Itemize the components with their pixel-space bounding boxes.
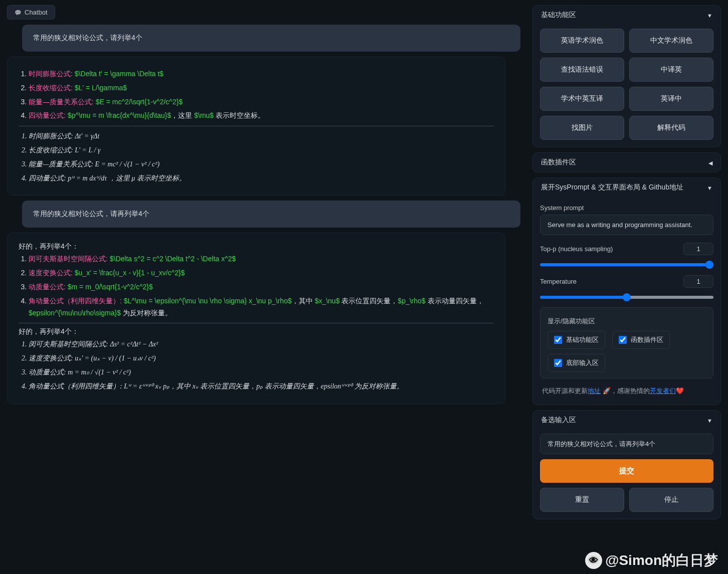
stop-button[interactable]: 停止 — [629, 488, 713, 512]
user-message-1-text: 常用的狭义相对论公式，请列举4个 — [33, 34, 142, 42]
btn-en-to-zh[interactable]: 英译中 — [629, 87, 713, 111]
check-basic[interactable]: 基础功能区 — [548, 331, 605, 349]
chevron-down-icon — [707, 416, 712, 424]
chevron-left-icon — [708, 158, 712, 166]
btn-english-polish[interactable]: 英语学术润色 — [540, 29, 624, 53]
top-p-slider[interactable] — [540, 263, 713, 266]
btn-find-image[interactable]: 找图片 — [540, 116, 624, 140]
top-p-label: Top-p (nucleus sampling) — [540, 245, 613, 253]
bot-message-2: 好的，再列举4个： 闵可夫斯基时空间隔公式: $\Delta s^2 = c^2… — [7, 233, 505, 404]
btn-explain-code[interactable]: 解释代码 — [629, 116, 713, 140]
system-prompt-input[interactable]: Serve me as a writing and programming as… — [540, 215, 713, 235]
temperature-value[interactable]: 1 — [683, 275, 713, 288]
basic-function-header[interactable]: 基础功能区 — [533, 6, 720, 25]
chevron-down-icon — [707, 183, 712, 192]
sysprompt-header[interactable]: 展开SysPrompt & 交互界面布局 & Github地址 — [533, 178, 720, 197]
bot2-lead: 好的，再列举4个： — [19, 242, 494, 251]
btn-zh-to-en[interactable]: 中译英 — [629, 58, 713, 82]
credits-line: 代码开源和更新地址 🚀，感谢热情的开发者们❤️ — [540, 385, 713, 398]
btn-academic-bi[interactable]: 学术中英互译 — [540, 87, 624, 111]
user-message-2: 常用的狭义相对论公式，请再列举4个 — [22, 201, 520, 228]
bot-message-1: 时间膨胀公式: $\Delta t' = \gamma \Delta t$ 长度… — [7, 57, 505, 196]
check-bottom-input[interactable]: 底部输入区 — [548, 354, 605, 372]
heart-icon: ❤️ — [676, 387, 684, 395]
rocket-icon: 🚀 — [603, 387, 611, 395]
btn-chinese-polish[interactable]: 中文学术润色 — [629, 29, 713, 53]
check-plugin-box[interactable] — [619, 336, 627, 344]
temperature-label: Temperature — [540, 278, 577, 285]
bot2-rendered-list: 闵可夫斯基时空间隔公式: Δs² = c²Δt² − Δx² 速度变换公式: u… — [19, 338, 494, 392]
chat-icon — [15, 9, 22, 16]
plugin-panel-header[interactable]: 函数插件区 — [533, 153, 720, 172]
alt-input-title: 备选输入区 — [541, 416, 576, 425]
temperature-slider[interactable] — [540, 296, 713, 299]
sysprompt-panel: 展开SysPrompt & 交互界面布局 & Github地址 System p… — [532, 177, 721, 405]
alt-input-panel: 备选输入区 提交 重置 停止 — [532, 410, 721, 519]
user-message-1: 常用的狭义相对论公式，请列举4个 — [22, 25, 520, 52]
system-prompt-label: System prompt — [540, 204, 713, 212]
alt-input-header[interactable]: 备选输入区 — [533, 411, 720, 430]
toggle-area-label: 显示/隐藏功能区 — [548, 317, 706, 326]
bot2-raw-list: 闵可夫斯基时空间隔公式: $\Delta s^2 = c^2 \Delta t^… — [19, 253, 494, 319]
credits-devs-link[interactable]: 开发者们 — [650, 387, 676, 395]
sysprompt-title: 展开SysPrompt & 交互界面布局 & Github地址 — [541, 183, 683, 192]
credits-repo-link[interactable]: 地址 — [588, 387, 601, 395]
plugin-panel-title: 函数插件区 — [541, 158, 576, 167]
basic-function-title: 基础功能区 — [541, 11, 576, 20]
btn-grammar-check[interactable]: 查找语法错误 — [540, 58, 624, 82]
check-basic-box[interactable] — [554, 336, 562, 344]
bot1-rendered-list: 时间膨胀公式: Δt' = γΔt 长度收缩公式: L' = L / γ 能量—… — [19, 130, 494, 184]
check-plugin[interactable]: 函数插件区 — [612, 331, 670, 349]
bot2-lead2: 好的，再列举4个： — [19, 327, 494, 336]
chevron-down-icon — [707, 11, 712, 19]
plugin-panel: 函数插件区 — [532, 152, 721, 172]
check-bottom-input-box[interactable] — [554, 359, 562, 367]
tab-chatbot[interactable]: Chatbot — [7, 5, 55, 20]
basic-function-panel: 基础功能区 英语学术润色 中文学术润色 查找语法错误 中译英 学术中英互译 英译… — [532, 5, 721, 147]
submit-button[interactable]: 提交 — [540, 459, 713, 483]
bot1-raw-list: 时间膨胀公式: $\Delta t' = \gamma \Delta t$ 长度… — [19, 68, 494, 122]
reset-button[interactable]: 重置 — [540, 488, 624, 512]
top-p-value[interactable]: 1 — [683, 243, 713, 255]
toggle-area: 显示/隐藏功能区 基础功能区 函数插件区 底部输入区 — [540, 307, 713, 378]
user-message-2-text: 常用的狭义相对论公式，请再列举4个 — [33, 210, 149, 218]
tab-label: Chatbot — [25, 9, 48, 16]
alt-input-field[interactable] — [540, 434, 713, 454]
